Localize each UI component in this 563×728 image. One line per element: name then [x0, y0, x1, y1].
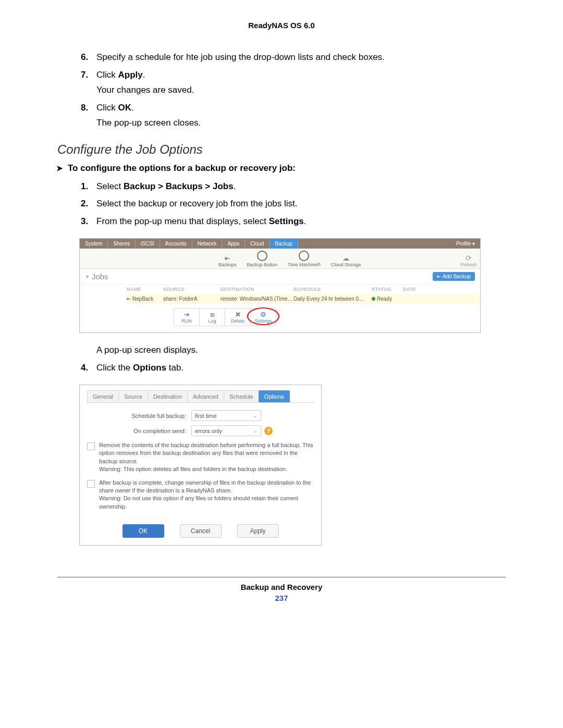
subheading: Configure the Job Options: [57, 142, 506, 157]
completion-send-select[interactable]: errors only⌄: [191, 425, 261, 436]
tab-system[interactable]: System: [80, 239, 108, 249]
step-number: 1.: [81, 180, 88, 193]
step-sub: Your changes are saved.: [96, 83, 506, 97]
step-body: Click Apply.: [96, 70, 145, 80]
tab-backup[interactable]: Backup: [270, 239, 298, 249]
main-nav: System Shares iSCSI Accounts Network App…: [80, 239, 480, 249]
task-intro: ➤ To configure the options for a backup …: [68, 163, 506, 174]
tab-apps[interactable]: Apps: [222, 239, 245, 249]
step-sub: The pop-up screen closes.: [96, 116, 506, 130]
tab-iscsi[interactable]: iSCSI: [136, 239, 160, 249]
subnav-backups[interactable]: ⇤ Backups: [218, 254, 237, 267]
completion-send-label: On completion send:: [108, 428, 191, 434]
remove-contents-checkbox[interactable]: [87, 442, 95, 450]
table-row[interactable]: ⇤ NepBack share: FolderA remote: Windows…: [127, 294, 480, 304]
chevron-down-icon: ⌄: [253, 427, 258, 434]
steps-list-1: 6. Specify a schedule for hte job using …: [57, 51, 506, 130]
remove-contents-text: Remove the contents of the backup destin…: [99, 441, 314, 474]
subnav-backup-button[interactable]: Backup Button: [247, 251, 278, 267]
collapse-icon[interactable]: ▼: [85, 274, 90, 279]
step-body: Click the Options tab.: [96, 363, 183, 373]
add-backup-icon: ⇤: [437, 274, 441, 279]
tab-cloud[interactable]: Cloud: [245, 239, 270, 249]
tab-source[interactable]: Source: [118, 390, 148, 402]
subnav: ⇤ Backups Backup Button Time Machine® ☁ …: [80, 249, 480, 269]
apply-button[interactable]: Apply: [237, 524, 279, 538]
step-number: 4.: [81, 361, 88, 375]
step-body: From the pop-up menu that displays, sele…: [96, 216, 307, 226]
add-backup-button[interactable]: ⇤ Add Backup: [433, 272, 475, 281]
cloud-icon: ☁: [342, 254, 349, 262]
page-header: ReadyNAS OS 6.0: [57, 21, 506, 30]
step-number: 8.: [81, 101, 88, 115]
page-footer: Backup and Recovery 237: [57, 583, 506, 602]
step-sub: A pop-up screen displays.: [96, 343, 506, 357]
tab-options[interactable]: Options: [259, 390, 290, 402]
full-backup-select[interactable]: first time⌄: [191, 410, 261, 421]
screenshot-jobs-list: System Shares iSCSI Accounts Network App…: [79, 238, 481, 333]
tab-accounts[interactable]: Accounts: [160, 239, 192, 249]
tab-advanced[interactable]: Advanced: [187, 390, 224, 402]
log-icon: ≣: [200, 311, 225, 318]
jobs-label: Jobs: [92, 272, 108, 281]
time-machine-icon: [299, 251, 309, 261]
tab-destination[interactable]: Destination: [148, 390, 188, 402]
chevron-right-icon: ➤: [56, 164, 63, 173]
steps-list-2: 1. Select Backup > Backups > Jobs. 2. Se…: [57, 180, 506, 228]
run-icon: ➔: [174, 311, 199, 318]
refresh-button[interactable]: ⟳ Refresh: [460, 254, 477, 267]
tab-network[interactable]: Network: [192, 239, 223, 249]
step-number: 6.: [81, 51, 88, 64]
change-ownership-checkbox[interactable]: [87, 480, 95, 488]
step-body: Specify a schedule for hte job using the…: [96, 52, 385, 62]
job-toolbar: ➔RUN ≣Log ✖Delete ⚙Settings: [174, 308, 276, 326]
backup-button-icon: [257, 251, 267, 261]
gear-icon: ⚙: [251, 311, 276, 318]
profile-menu[interactable]: Profile ▾: [451, 239, 480, 249]
folder-in-icon: ⇤: [127, 296, 131, 302]
tab-schedule[interactable]: Schedule: [224, 390, 259, 402]
page-rule: [57, 577, 506, 577]
step-body: Select the backup or recovery job from t…: [96, 199, 298, 208]
tab-shares[interactable]: Shares: [108, 239, 136, 249]
step-number: 3.: [81, 215, 88, 228]
step-body: Click OK.: [96, 103, 134, 113]
screenshot-options-dialog: General Source Destination Advanced Sche…: [79, 385, 322, 546]
table-header: NAME SOURCE DESTINATION SCHEDULE STATUS …: [127, 287, 480, 292]
change-ownership-text: After backup is complete, change ownersh…: [99, 479, 314, 511]
run-button[interactable]: ➔RUN: [174, 309, 200, 326]
settings-button[interactable]: ⚙Settings: [251, 309, 276, 326]
steps-list-3: A pop-up screen displays. 4. Click the O…: [57, 343, 506, 374]
help-icon[interactable]: ?: [264, 427, 273, 435]
step-number: 2.: [81, 197, 88, 211]
step-body: Select Backup > Backups > Jobs.: [96, 181, 236, 191]
delete-icon: ✖: [225, 311, 250, 318]
step-number: 7.: [81, 68, 88, 82]
dialog-tabs: General Source Destination Advanced Sche…: [87, 390, 314, 403]
cancel-button[interactable]: Cancel: [180, 524, 222, 538]
subnav-cloud-storage[interactable]: ☁ Cloud Storage: [331, 254, 361, 267]
log-button[interactable]: ≣Log: [200, 309, 225, 326]
status-dot-icon: [372, 297, 375, 301]
ok-button[interactable]: OK: [123, 524, 164, 538]
chevron-down-icon: ⌄: [253, 412, 258, 419]
delete-button[interactable]: ✖Delete: [225, 309, 251, 326]
subnav-time-machine[interactable]: Time Machine®: [288, 251, 321, 267]
folder-in-icon: ⇤: [225, 254, 230, 262]
full-backup-label: Schedule full backup:: [108, 413, 191, 419]
refresh-icon: ⟳: [466, 254, 472, 262]
tab-general[interactable]: General: [87, 390, 119, 402]
